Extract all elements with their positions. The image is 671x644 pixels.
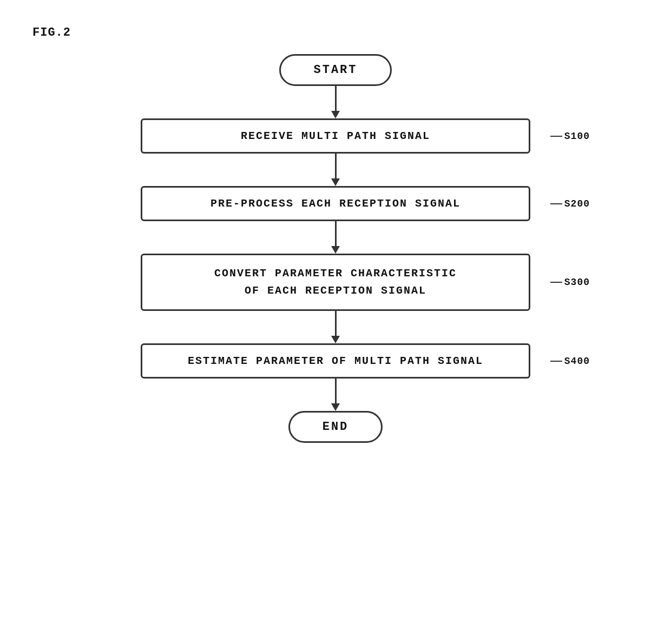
start-capsule: START	[279, 54, 391, 86]
arrow-2	[331, 154, 340, 186]
step-s200-label: S200	[550, 198, 590, 209]
step-s400-label: S400	[550, 356, 590, 367]
arrow-3	[331, 221, 340, 254]
step-s100-box: RECEIVE MULTI PATH SIGNAL	[141, 118, 530, 154]
step-s400-box: ESTIMATE PARAMETER OF MULTI PATH SIGNAL	[141, 343, 530, 379]
flowchart: START RECEIVE MULTI PATH SIGNAL S100 PRE…	[0, 54, 671, 443]
step-s300-label: S300	[550, 277, 590, 288]
figure-label: FIG.2	[32, 26, 71, 39]
arrow-5	[331, 379, 340, 411]
step-s300-box: CONVERT PARAMETER CHARACTERISTICOF EACH …	[141, 254, 530, 311]
step-s100-wrapper: RECEIVE MULTI PATH SIGNAL S100	[141, 118, 530, 154]
end-capsule: END	[288, 411, 383, 443]
step-s200-box: PRE-PROCESS EACH RECEPTION SIGNAL	[141, 186, 530, 221]
step-s400-wrapper: ESTIMATE PARAMETER OF MULTI PATH SIGNAL …	[141, 343, 530, 379]
step-s300-wrapper: CONVERT PARAMETER CHARACTERISTICOF EACH …	[141, 254, 530, 311]
arrow-1	[331, 86, 340, 118]
step-s200-wrapper: PRE-PROCESS EACH RECEPTION SIGNAL S200	[141, 186, 530, 221]
step-s100-label: S100	[550, 131, 590, 142]
arrow-4	[331, 311, 340, 343]
